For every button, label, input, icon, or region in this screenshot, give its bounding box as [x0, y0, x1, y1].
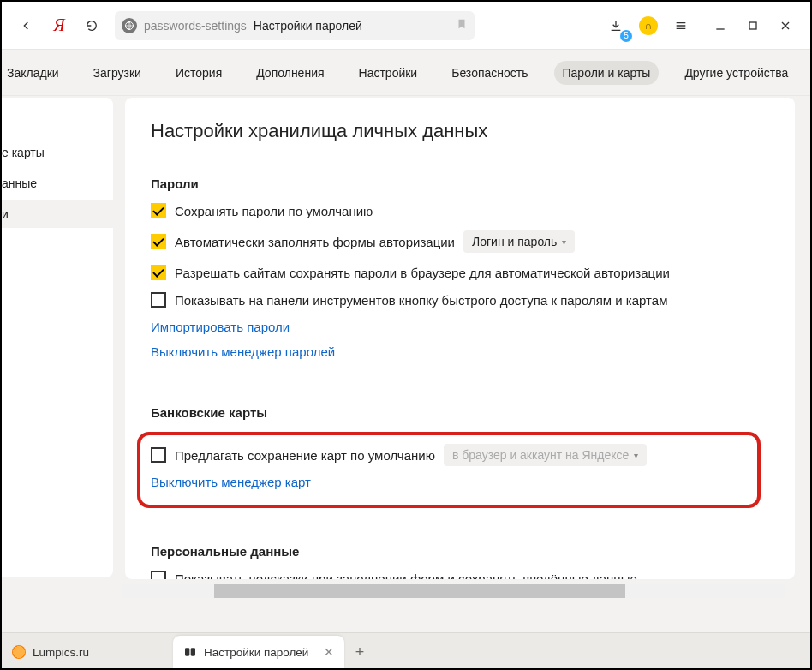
horizontal-scrollbar[interactable] [122, 584, 785, 598]
nav-passwords[interactable]: Пароли и карты [554, 61, 660, 85]
close-button[interactable] [771, 11, 800, 40]
link-import-passwords[interactable]: Импортировать пароли [151, 320, 290, 334]
chevron-down-icon: ▾ [634, 451, 638, 460]
settings-nav: Закладки Загрузки История Дополнения Нас… [2, 50, 810, 96]
browser-window: Я passwords-settings Настройки паролей 5… [0, 0, 812, 670]
back-button[interactable] [12, 11, 41, 40]
select-card-value: в браузер и аккаунт на Яндексе [452, 448, 629, 462]
favicon-lumpics-icon [12, 645, 26, 659]
select-card-destination[interactable]: в браузер и аккаунт на Яндексе ▾ [444, 444, 647, 466]
arrow-left-icon [20, 19, 33, 33]
svg-rect-2 [185, 648, 189, 655]
minimize-button[interactable] [706, 11, 735, 40]
label-allow-sites: Разрешать сайтам сохранять пароли в брау… [175, 266, 670, 280]
download-badge: 5 [620, 30, 632, 42]
tab-bar: Lumpics.ru Настройки паролей ✕ + [2, 632, 810, 668]
label-autofill: Автоматически заполнять формы авторизаци… [175, 235, 455, 249]
label-show-panel: Показывать на панели инструментов кнопку… [175, 293, 667, 308]
link-disable-card-manager[interactable]: Выключить менеджер карт [151, 475, 311, 489]
nav-security[interactable]: Безопасность [443, 61, 536, 85]
sidebar: е карты анные и [2, 98, 113, 577]
sidebar-item-data[interactable]: анные [2, 170, 113, 197]
label-offer-save-cards: Предлагать сохранение карт по умолчанию [175, 448, 435, 463]
section-passwords-heading: Пароли [151, 176, 795, 191]
tab-settings[interactable]: Настройки паролей ✕ [173, 636, 344, 668]
section-personal-heading: Персональные данные [151, 544, 795, 559]
address-host: passwords-settings [144, 19, 247, 33]
maximize-icon [746, 19, 760, 33]
site-icon [122, 18, 137, 33]
nav-downloads[interactable]: Загрузки [85, 61, 150, 85]
settings-panel: Настройки хранилища личных данных Пароли… [125, 98, 795, 579]
favicon-settings-icon [183, 645, 197, 659]
nav-devices[interactable]: Другие устройства [676, 61, 797, 85]
checkbox-show-panel[interactable] [151, 292, 166, 308]
select-autofill-mode[interactable]: Логин и пароль ▾ [463, 230, 575, 253]
tab-label-lumpics: Lumpics.ru [33, 646, 89, 659]
section-cards-heading: Банковские карты [151, 405, 795, 420]
nav-bookmarks[interactable]: Закладки [0, 61, 68, 85]
extensions-button[interactable]: ∩ [634, 11, 663, 40]
checkbox-autofill[interactable] [151, 234, 166, 249]
menu-icon [674, 19, 688, 33]
content-area: е карты анные и Настройки хранилища личн… [2, 96, 810, 668]
select-autofill-value: Логин и пароль [472, 235, 557, 248]
page-title: Настройки хранилища личных данных [151, 120, 795, 142]
label-save-default: Сохранять пароли по умолчанию [175, 204, 373, 218]
plus-icon: + [355, 643, 365, 661]
tab-close-icon[interactable]: ✕ [324, 645, 334, 659]
bookmark-icon[interactable] [456, 18, 468, 33]
extension-icon: ∩ [639, 16, 658, 35]
sidebar-item-cards[interactable]: е карты [2, 139, 113, 166]
reload-button[interactable] [77, 11, 106, 40]
checkbox-personal-hints[interactable] [151, 571, 166, 579]
svg-rect-3 [191, 648, 195, 655]
toolbar: Я passwords-settings Настройки паролей 5… [2, 2, 810, 50]
checkbox-save-default[interactable] [151, 203, 166, 218]
nav-history[interactable]: История [167, 61, 230, 85]
address-bar[interactable]: passwords-settings Настройки паролей [115, 11, 475, 40]
tab-lumpics[interactable]: Lumpics.ru [2, 636, 173, 668]
reload-icon [85, 19, 99, 33]
address-title: Настройки паролей [254, 19, 362, 33]
label-personal-hints: Показывать подсказки при заполнении форм… [175, 571, 637, 580]
nav-settings[interactable]: Настройки [350, 61, 427, 85]
checkbox-offer-save-cards[interactable] [151, 447, 166, 463]
highlight-box: Предлагать сохранение карт по умолчанию … [137, 432, 761, 508]
maximize-button[interactable] [738, 11, 767, 40]
nav-addons[interactable]: Дополнения [248, 61, 332, 85]
downloads-button[interactable]: 5 [601, 11, 630, 40]
chevron-down-icon: ▾ [562, 237, 566, 247]
svg-rect-1 [749, 22, 756, 29]
menu-button[interactable] [666, 11, 696, 40]
close-icon [779, 19, 792, 33]
minimize-icon [713, 19, 727, 33]
sidebar-item-settings[interactable]: и [2, 200, 113, 228]
yandex-logo-icon[interactable]: Я [45, 11, 74, 40]
checkbox-allow-sites[interactable] [151, 265, 166, 280]
download-icon [609, 19, 623, 33]
tab-label-settings: Настройки паролей [204, 646, 308, 659]
link-disable-password-manager[interactable]: Выключить менеджер паролей [151, 344, 335, 359]
new-tab-button[interactable]: + [344, 636, 375, 668]
